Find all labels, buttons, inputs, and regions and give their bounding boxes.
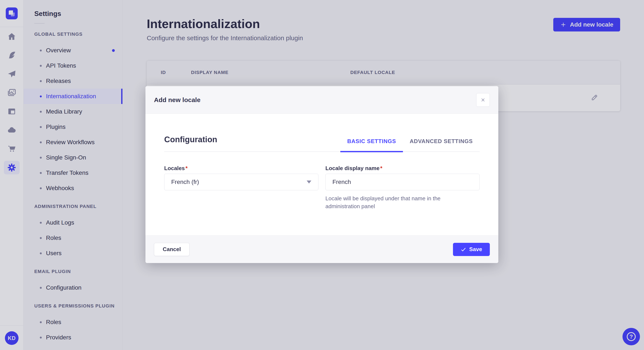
display-name-label-text: Locale display name: [326, 165, 380, 172]
locales-select-value: French (fr): [171, 178, 199, 185]
locales-select[interactable]: French (fr): [164, 174, 318, 190]
section-title: Configuration: [164, 135, 217, 151]
required-asterisk: *: [186, 165, 188, 172]
settings-tabs: BASIC SETTINGS ADVANCED SETTINGS: [340, 138, 480, 151]
locales-label: Locales*: [164, 165, 188, 172]
display-name-field: Locale display name* Locale will be disp…: [326, 165, 480, 210]
chevron-down-icon: [307, 180, 311, 183]
display-name-hint: Locale will be displayed under that name…: [326, 194, 474, 210]
modal-title: Add new locale: [154, 96, 200, 104]
x-icon: [480, 97, 486, 103]
display-name-label: Locale display name*: [326, 165, 382, 172]
locale-form-row: Locales* French (fr) Locale display name…: [164, 165, 480, 210]
save-button-label: Save: [469, 246, 482, 253]
required-asterisk: *: [380, 165, 382, 172]
check-icon: [461, 247, 466, 252]
display-name-input[interactable]: [326, 174, 480, 190]
add-locale-modal: Add new locale Configuration BASIC SETTI…: [146, 86, 498, 263]
cancel-button[interactable]: Cancel: [154, 243, 190, 256]
locales-field: Locales* French (fr): [164, 165, 318, 210]
modal-footer: Cancel Save: [146, 235, 498, 263]
save-button[interactable]: Save: [453, 243, 490, 256]
tab-advanced-settings[interactable]: ADVANCED SETTINGS: [403, 138, 480, 152]
locales-label-text: Locales: [164, 165, 185, 172]
modal-header: Add new locale: [146, 86, 498, 114]
modal-body: Configuration BASIC SETTINGS ADVANCED SE…: [146, 114, 498, 235]
configuration-section-header: Configuration BASIC SETTINGS ADVANCED SE…: [164, 114, 480, 152]
close-modal-button[interactable]: [476, 93, 490, 107]
tab-basic-settings[interactable]: BASIC SETTINGS: [340, 138, 403, 152]
